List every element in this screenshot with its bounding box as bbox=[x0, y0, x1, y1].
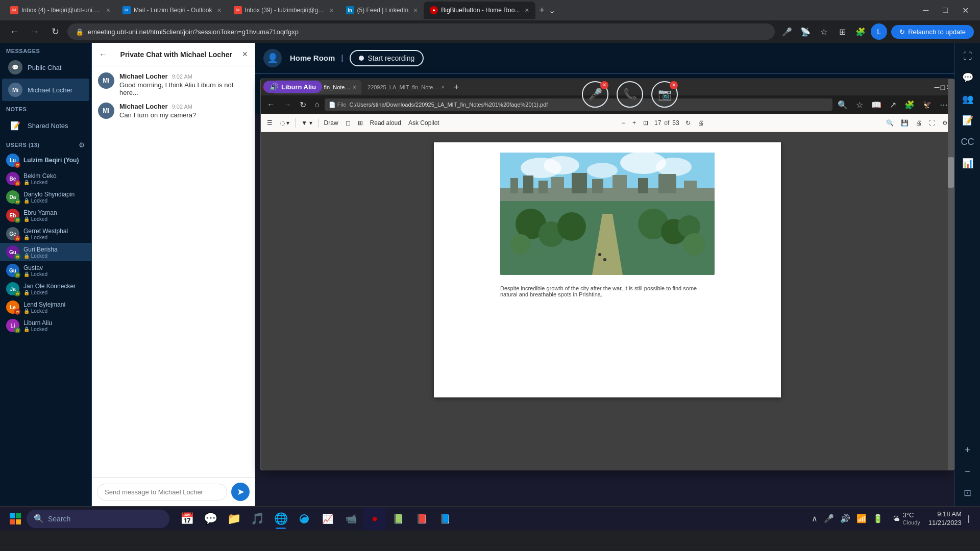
pdf-zoom-out-button[interactable]: − bbox=[619, 118, 628, 128]
forward-button[interactable]: → bbox=[27, 23, 43, 40]
pdf-print2-button[interactable]: 🖨 bbox=[913, 118, 925, 128]
user-item-gerret[interactable]: Ge 🔒 Gerret Westphal 🔒 Locked bbox=[0, 224, 91, 243]
tab-linkedin[interactable]: in (5) Feed | LinkedIn × bbox=[340, 2, 424, 19]
right-panel-notes-icon[interactable]: 📝 bbox=[959, 111, 977, 130]
taskbar-app-charts[interactable]: 📈 bbox=[316, 508, 339, 530]
pdf-scrollbar[interactable] bbox=[948, 132, 954, 470]
pdf-star-button[interactable]: ☆ bbox=[853, 100, 866, 110]
pdf-forward-button[interactable]: → bbox=[280, 100, 295, 109]
share-camera-button[interactable]: 📷 ✕ bbox=[651, 81, 678, 108]
cast-icon[interactable]: 📡 bbox=[797, 23, 814, 40]
pdf-draw-button[interactable]: Draw bbox=[321, 118, 341, 128]
user-item-danylo[interactable]: Da 🔒 Danylo Shyndiapin 🔒 Locked bbox=[0, 188, 91, 206]
tab-inbox-gmail2[interactable]: ✉ Inbox (39) - lulzimbeqiri@gmai... × bbox=[228, 2, 340, 19]
star-icon[interactable]: ☆ bbox=[816, 23, 832, 40]
taskbar-app-media[interactable]: 🎵 bbox=[246, 508, 268, 530]
chat-send-button[interactable]: ➤ bbox=[231, 483, 250, 501]
pdf-reader-button[interactable]: 📖 bbox=[868, 100, 885, 110]
start-button[interactable] bbox=[4, 508, 27, 530]
user-item-gustav[interactable]: Gu 🔒 Gustav 🔒 Locked bbox=[0, 261, 91, 280]
close-tab-icon[interactable]: × bbox=[217, 6, 221, 14]
pdf-new-tab-button[interactable]: + bbox=[451, 82, 462, 93]
pdf-tab-close-icon-2[interactable]: × bbox=[441, 84, 445, 91]
taskbar-app-chrome[interactable]: 🌐 bbox=[270, 508, 292, 530]
user-item-lulzim[interactable]: Lu 🔒 Lulzim Beqiri (You) bbox=[0, 151, 91, 169]
user-item-jan[interactable]: Ja 🔒 Jan Ole Könnecker 🔒 Locked bbox=[0, 280, 91, 298]
tab-overflow-button[interactable]: ⌄ bbox=[549, 6, 555, 15]
taskbar-app-bbb[interactable]: ● bbox=[363, 508, 386, 530]
right-panel-users-icon[interactable]: 👥 bbox=[959, 90, 977, 108]
tab-outlook[interactable]: ✉ Mail - Lulzim Beqiri - Outlook × bbox=[116, 2, 228, 19]
user-item-lend[interactable]: Le 🔒 Lend Sylejmani 🔒 Locked bbox=[0, 298, 91, 316]
pdf-profile-button[interactable]: 🦅 bbox=[920, 101, 935, 109]
pdf-extension-button[interactable]: 🧩 bbox=[901, 100, 918, 110]
chat-close-button[interactable]: × bbox=[242, 49, 248, 60]
mic-tray-icon[interactable]: 🎤 bbox=[822, 512, 836, 525]
mute-button[interactable]: 🎤 ✕ bbox=[582, 81, 608, 108]
up-arrow-icon[interactable]: ∧ bbox=[810, 512, 820, 525]
weather-widget[interactable]: 🌥 3°C Cloudy bbox=[889, 509, 924, 528]
show-desktop-button[interactable]: | bbox=[966, 512, 972, 525]
right-panel-plus-icon[interactable]: + bbox=[959, 441, 977, 459]
pdf-sidebar-toggle[interactable]: ☰ bbox=[264, 118, 276, 128]
taskbar-app-files[interactable]: 📁 bbox=[223, 508, 245, 530]
maximize-button[interactable]: □ bbox=[936, 2, 955, 19]
pdf-zoom-in-button[interactable]: + bbox=[629, 118, 639, 128]
pdf-minimize-button[interactable]: ─ bbox=[935, 83, 940, 91]
taskbar-app-zoom[interactable]: 📹 bbox=[340, 508, 362, 530]
right-panel-minus-icon[interactable]: − bbox=[959, 462, 977, 481]
url-bar[interactable]: 🔒 emeeting.ubt-uni.net/html5client/join?… bbox=[67, 23, 775, 40]
pdf-fullscreen-button[interactable]: ⛶ bbox=[926, 118, 938, 128]
taskbar-app-chat[interactable]: 💬 bbox=[199, 508, 222, 530]
pdf-read-aloud-button[interactable]: Read aloud bbox=[367, 118, 404, 128]
pdf-filter-button[interactable]: ▼ ▾ bbox=[298, 118, 315, 128]
right-panel-fit-icon[interactable]: ⊡ bbox=[959, 484, 977, 502]
pdf-maximize-button[interactable]: □ bbox=[941, 83, 945, 91]
sidebar-item-michael-locher[interactable]: Mi Michael Locher bbox=[2, 79, 89, 101]
taskbar-app-edge[interactable] bbox=[293, 508, 315, 530]
extensions-icon[interactable]: 🧩 bbox=[852, 23, 869, 40]
pdf-highlight-button[interactable]: ◌ ▾ bbox=[277, 118, 292, 128]
pdf-home-button[interactable]: ⌂ bbox=[311, 100, 323, 109]
pdf-rotate-button[interactable]: ↻ bbox=[682, 118, 694, 128]
right-panel-poll-icon[interactable]: 📊 bbox=[959, 154, 977, 172]
pdf-layout-button[interactable]: ⊞ bbox=[355, 118, 366, 128]
minimize-button[interactable]: ─ bbox=[916, 2, 936, 19]
taskbar-search-bar[interactable]: 🔍 Search bbox=[27, 510, 169, 528]
battery-icon[interactable]: 🔋 bbox=[871, 512, 885, 525]
network-icon[interactable]: 🔊 bbox=[838, 512, 852, 525]
user-item-liburn[interactable]: Li 🔒 Liburn Aliu 🔒 Locked bbox=[0, 316, 91, 335]
taskbar-app-excel[interactable]: 📗 bbox=[387, 508, 409, 530]
pdf-search-button[interactable]: 🔍 bbox=[883, 118, 897, 128]
right-panel-fullscreen-icon[interactable]: ⛶ bbox=[959, 47, 977, 65]
pdf-zoom-fit-button[interactable]: 🔍 bbox=[835, 100, 851, 110]
pdf-share-button[interactable]: ↗ bbox=[887, 100, 899, 110]
close-window-button[interactable]: ✕ bbox=[955, 2, 976, 19]
pdf-url-bar[interactable]: 📄 File C:/Users/stina/Downloads/220925_L… bbox=[325, 98, 832, 111]
pdf-body[interactable]: Despite incredible growth of the city af… bbox=[261, 132, 954, 470]
pdf-tab-close-icon[interactable]: × bbox=[353, 84, 356, 91]
pdf-ask-copilot-button[interactable]: Ask Copilot bbox=[405, 118, 443, 128]
close-tab-icon[interactable]: × bbox=[525, 6, 529, 14]
mic-icon[interactable]: 🎤 bbox=[779, 23, 795, 40]
pdf-fit-page-button[interactable]: ⊡ bbox=[640, 118, 651, 128]
user-item-guri[interactable]: Gu 🔒 Guri Berisha 🔒 Locked bbox=[0, 243, 91, 261]
reload-button[interactable]: ↻ bbox=[47, 23, 63, 40]
tab-inbox-gmail1[interactable]: ✉ Inbox (4) - lbeqiri@ubt-uni.net × bbox=[4, 2, 116, 19]
leave-audio-button[interactable]: 📞 bbox=[617, 81, 643, 108]
pdf-tab-2[interactable]: 220925_LA_MIT_fin_Notes 1 fac... × bbox=[362, 80, 450, 94]
taskbar-app-word[interactable]: 📘 bbox=[434, 508, 456, 530]
pdf-back-button[interactable]: ← bbox=[264, 100, 278, 109]
right-panel-chat-icon[interactable]: 💬 bbox=[959, 68, 977, 87]
taskbar-app-journal[interactable]: 📅 bbox=[176, 508, 198, 530]
taskbar-clock[interactable]: 9:18 AM 11/21/2023 bbox=[928, 510, 962, 528]
relaunch-button[interactable]: ↻ Relaunch to update bbox=[891, 25, 974, 39]
grid-icon[interactable]: ⊞ bbox=[834, 23, 850, 40]
right-panel-captions-icon[interactable]: CC bbox=[959, 133, 977, 151]
close-tab-icon[interactable]: × bbox=[106, 6, 110, 14]
start-recording-button[interactable]: Start recording bbox=[350, 50, 424, 66]
chat-back-button[interactable]: ← bbox=[99, 50, 107, 59]
pdf-erase-button[interactable]: ◻ bbox=[342, 118, 354, 128]
users-gear-button[interactable]: ⚙ bbox=[79, 141, 85, 149]
profile-icon[interactable]: L bbox=[871, 23, 887, 40]
